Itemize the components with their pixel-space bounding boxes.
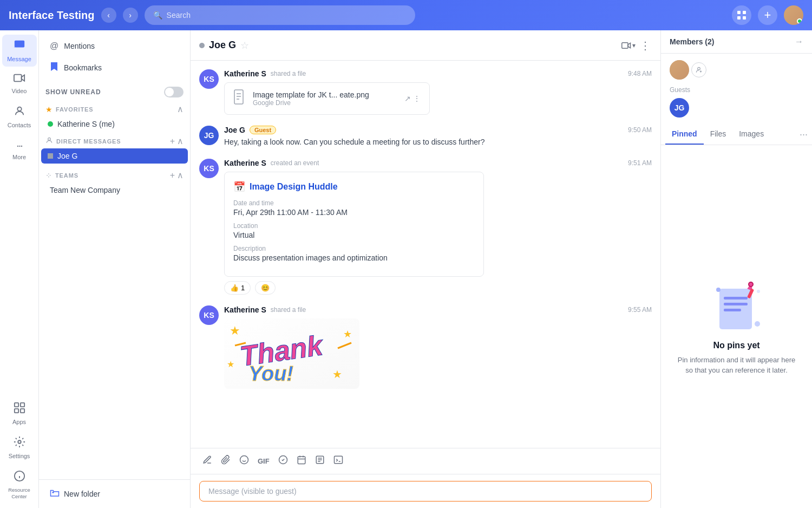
teams-label: TEAMS	[55, 172, 78, 179]
bookmarks-label: Bookmarks	[64, 63, 102, 72]
team-item-new-company[interactable]: Team New Company	[41, 183, 188, 198]
teams-icon: ⁘	[45, 171, 52, 180]
no-pins-area: No pins yet Pin information and it will …	[661, 145, 812, 508]
at-icon: @	[50, 41, 58, 51]
favorites-collapse-btn[interactable]: ∧	[177, 104, 184, 114]
forward-button[interactable]: ›	[123, 8, 138, 23]
add-member-btn[interactable]	[691, 62, 706, 77]
dm-add-btn[interactable]: +	[170, 136, 175, 146]
svg-rect-5	[14, 75, 21, 82]
pen-tool-btn[interactable]	[199, 453, 215, 470]
file-open-btn[interactable]: ↗	[404, 94, 411, 103]
sender-joeg: Joe G	[224, 126, 245, 134]
tab-images[interactable]: Images	[732, 124, 770, 145]
svg-point-37	[698, 67, 700, 70]
grid-button[interactable]	[732, 5, 751, 25]
attach-btn[interactable]	[218, 453, 234, 470]
event-location-field: Location Virtual	[233, 222, 475, 239]
location-label: Location	[233, 222, 475, 230]
reaction-count: 1	[241, 284, 245, 292]
nav-contacts[interactable]: Contacts	[2, 101, 37, 133]
star-icon: ★	[45, 105, 53, 114]
message-4: KS Katherine S shared a file 9:55 AM	[199, 305, 652, 389]
msg-1-header: Katherine S shared a file 9:48 AM	[224, 69, 652, 78]
emoji-btn[interactable]	[236, 453, 252, 470]
nav-resource-center[interactable]: Resource Center	[2, 466, 37, 504]
svg-point-11	[18, 440, 21, 444]
apps-icon	[14, 402, 25, 416]
file-source: Google Drive	[253, 99, 398, 107]
folder-icon	[50, 489, 60, 499]
nav-settings[interactable]: Settings	[2, 432, 37, 464]
thumbsup-emoji: 👍	[230, 284, 239, 292]
file-info: Image template for JK t... eate.png Goog…	[253, 90, 398, 107]
tab-files[interactable]: Files	[704, 124, 733, 145]
message-2: JG Joe G Guest 9:50 AM Hey, taking a loo…	[199, 126, 652, 148]
notes-btn[interactable]	[312, 453, 328, 470]
online-indicator	[48, 121, 53, 127]
dm-collapse-btn[interactable]: ∧	[177, 136, 184, 146]
nav-message[interactable]: Message	[2, 35, 37, 67]
nav-apps[interactable]: Apps	[2, 398, 37, 429]
task-btn[interactable]	[275, 453, 291, 470]
message-1: KS Katherine S shared a file 9:48 AM Ima…	[199, 69, 652, 115]
terminal-btn[interactable]	[330, 453, 346, 470]
sender-katherine-4: Katherine S	[224, 305, 266, 314]
panel-tab-more-btn[interactable]: ···	[800, 129, 808, 140]
panel-header: Members (2) →	[661, 30, 812, 54]
file-more-btn[interactable]: ⋮	[413, 94, 421, 103]
svg-point-6	[17, 107, 21, 111]
sidebar-top: @ Mentions Bookmarks	[39, 30, 190, 84]
event-description-field: Description Discuss presentation images …	[233, 245, 475, 262]
more-options-btn[interactable]: ⋮	[640, 39, 652, 52]
dm-label: DIRECT MESSAGES	[56, 138, 121, 145]
new-folder-item[interactable]: New folder	[43, 484, 186, 504]
search-input[interactable]	[167, 11, 407, 19]
show-unread-toggle[interactable]	[164, 87, 184, 97]
search-bar[interactable]: 🔍	[145, 5, 415, 25]
favorites-item-katherine[interactable]: Katherine S (me)	[41, 116, 188, 132]
message-3-content: Katherine S created an event 9:51 AM 📅 I…	[224, 159, 652, 295]
avatar-katherine-3: KS	[199, 159, 219, 178]
msg-3-meta: created an event	[271, 159, 319, 167]
calendar-btn[interactable]	[293, 453, 310, 470]
add-button[interactable]: +	[758, 5, 777, 25]
svg-point-14	[53, 492, 54, 493]
svg-rect-2	[737, 16, 741, 19]
reactions: 👍 1 😊	[224, 281, 652, 295]
svg-rect-10	[20, 409, 24, 413]
sidebar-mentions[interactable]: @ Mentions	[43, 37, 186, 55]
avatar-joeg: JG	[199, 126, 219, 145]
video-call-btn[interactable]: ▾	[621, 42, 636, 49]
chat-header: Joe G ☆ ▾ ⋮	[191, 30, 660, 61]
favorites-label: FAVORITES	[56, 106, 93, 113]
msg-3-header: Katherine S created an event 9:51 AM	[224, 159, 652, 167]
star-button[interactable]: ☆	[240, 40, 249, 51]
message-2-content: Joe G Guest 9:50 AM Hey, taking a look n…	[224, 126, 652, 148]
offline-dot	[48, 153, 53, 159]
reaction-thumbsup[interactable]: 👍 1	[224, 281, 251, 295]
back-button[interactable]: ‹	[101, 8, 116, 23]
guest-avatar-jg: JG	[670, 98, 689, 118]
nav-more[interactable]: ··· More	[2, 135, 37, 165]
close-panel-btn[interactable]: →	[795, 37, 803, 47]
reaction-smile[interactable]: 😊	[255, 281, 276, 295]
sender-katherine-3: Katherine S	[224, 159, 266, 167]
nav-video[interactable]: Video	[2, 69, 37, 99]
avatar-katherine-4: KS	[199, 305, 219, 325]
teams-collapse-btn[interactable]: ∧	[177, 170, 184, 180]
sidebar-bookmarks[interactable]: Bookmarks	[43, 57, 186, 78]
message-input[interactable]	[199, 481, 652, 502]
msg-4-header: Katherine S shared a file 9:55 AM	[224, 305, 652, 314]
gif-btn[interactable]: GIF	[254, 455, 273, 467]
members-list	[661, 54, 812, 86]
teams-add-btn[interactable]: +	[170, 171, 175, 180]
tab-pinned[interactable]: Pinned	[665, 124, 704, 145]
dm-item-joeg[interactable]: Joe G	[41, 148, 188, 164]
user-avatar[interactable]	[784, 5, 803, 25]
new-folder-label: New folder	[64, 490, 100, 498]
svg-rect-9	[14, 409, 18, 413]
event-title-row: 📅 Image Design Huddle	[233, 181, 475, 193]
message-icon	[14, 39, 25, 54]
event-date-field: Date and time Fri, Apr 29th 11:00 AM - 1…	[233, 199, 475, 217]
